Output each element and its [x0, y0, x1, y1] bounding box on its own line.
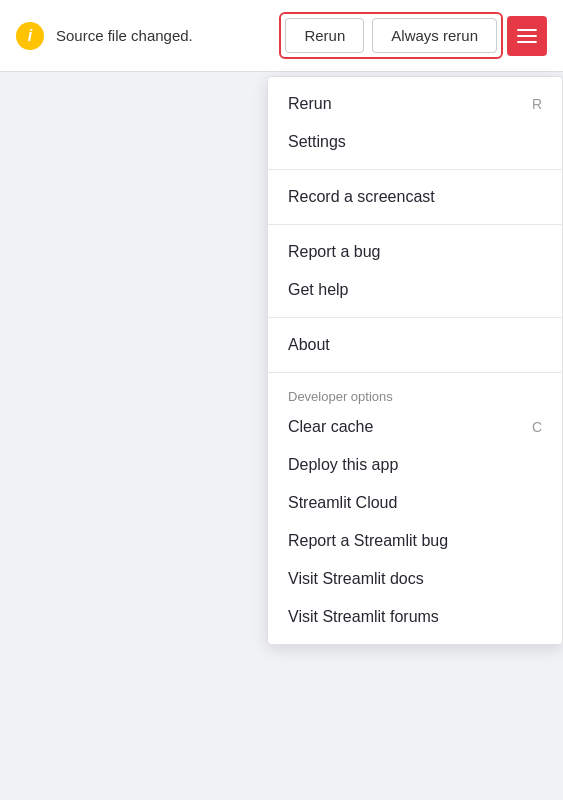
menu-item-report-bug[interactable]: Report a bug: [268, 233, 562, 271]
menu-item-visit-docs-label: Visit Streamlit docs: [288, 570, 424, 588]
menu-item-report-streamlit-bug[interactable]: Report a Streamlit bug: [268, 522, 562, 560]
source-changed-text: Source file changed.: [56, 27, 279, 44]
rerun-button[interactable]: Rerun: [285, 18, 364, 53]
dropdown-menu: Rerun R Settings Record a screencast Rep…: [267, 76, 563, 645]
menu-item-visit-forums-label: Visit Streamlit forums: [288, 608, 439, 626]
menu-item-settings[interactable]: Settings: [268, 123, 562, 161]
hamburger-menu-button[interactable]: [507, 16, 547, 56]
hamburger-line-2: [517, 35, 537, 37]
menu-item-settings-label: Settings: [288, 133, 346, 151]
menu-item-report-bug-label: Report a bug: [288, 243, 381, 261]
menu-item-streamlit-cloud-label: Streamlit Cloud: [288, 494, 397, 512]
menu-item-deploy-app[interactable]: Deploy this app: [268, 446, 562, 484]
menu-section-2: Record a screencast: [268, 170, 562, 225]
hamburger-line-3: [517, 41, 537, 43]
main-content-area: [0, 72, 267, 800]
menu-item-about[interactable]: About: [268, 326, 562, 364]
menu-item-rerun-shortcut: R: [532, 96, 542, 112]
menu-item-deploy-app-label: Deploy this app: [288, 456, 398, 474]
menu-item-clear-cache-shortcut: C: [532, 419, 542, 435]
menu-item-streamlit-cloud[interactable]: Streamlit Cloud: [268, 484, 562, 522]
info-icon: i: [16, 22, 44, 50]
hamburger-line-1: [517, 29, 537, 31]
menu-item-record-screencast[interactable]: Record a screencast: [268, 178, 562, 216]
menu-item-get-help[interactable]: Get help: [268, 271, 562, 309]
menu-item-clear-cache[interactable]: Clear cache C: [268, 408, 562, 446]
top-bar: i Source file changed. Rerun Always reru…: [0, 0, 563, 72]
menu-item-record-screencast-label: Record a screencast: [288, 188, 435, 206]
menu-item-about-label: About: [288, 336, 330, 354]
menu-item-get-help-label: Get help: [288, 281, 348, 299]
action-buttons-group: Rerun Always rerun: [279, 12, 503, 59]
menu-section-1: Rerun R Settings: [268, 77, 562, 170]
menu-item-visit-docs[interactable]: Visit Streamlit docs: [268, 560, 562, 598]
menu-item-rerun-label: Rerun: [288, 95, 332, 113]
menu-section-developer: Developer options Clear cache C Deploy t…: [268, 373, 562, 644]
menu-section-4: About: [268, 318, 562, 373]
always-rerun-button[interactable]: Always rerun: [372, 18, 497, 53]
menu-item-visit-forums[interactable]: Visit Streamlit forums: [268, 598, 562, 636]
menu-item-rerun[interactable]: Rerun R: [268, 85, 562, 123]
menu-item-clear-cache-label: Clear cache: [288, 418, 373, 436]
menu-section-3: Report a bug Get help: [268, 225, 562, 318]
menu-item-report-streamlit-bug-label: Report a Streamlit bug: [288, 532, 448, 550]
developer-options-label: Developer options: [268, 381, 562, 408]
